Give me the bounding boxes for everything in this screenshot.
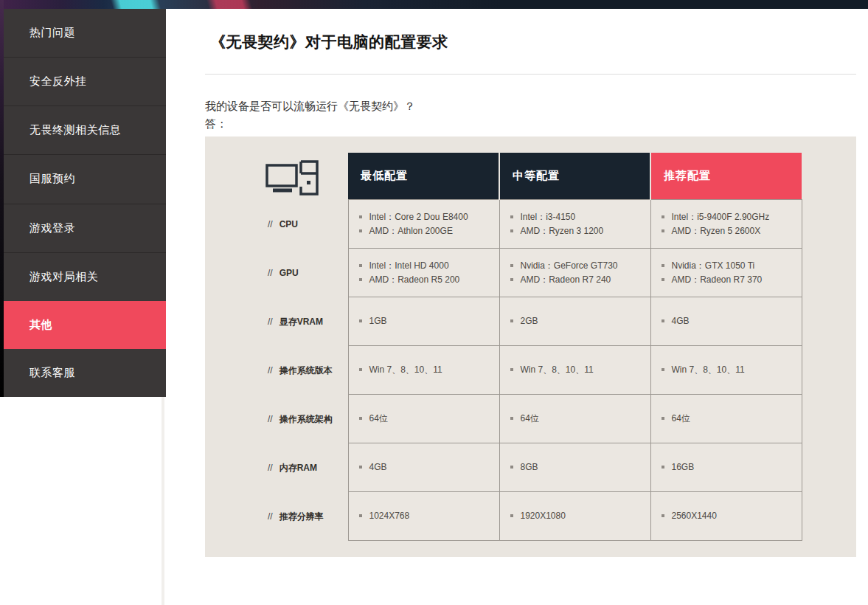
bullet-square-icon [662,229,664,232]
sidebar-item-label: 无畏终测相关信息 [29,123,121,137]
spec-cell: 64位 [499,394,650,443]
sidebar-item-label: 热门问题 [29,26,75,40]
row-label-prefix: // [268,414,273,424]
spec-cell: 4GB [650,297,802,345]
spec-text: 64位 [521,412,539,424]
spec-item: 4GB [359,461,493,473]
sidebar-item-game-login[interactable]: 游戏登录 [4,204,166,252]
spec-text: Win 7、8、10、11 [369,364,442,376]
sidebar-item-hot-questions[interactable]: 热门问题 [4,9,166,57]
bullet-square-icon [359,514,362,517]
spec-cell: 2560X1440 [650,491,802,540]
bullet-square-icon [359,278,362,281]
bullet-square-icon [510,278,513,281]
bullet-square-icon [359,319,362,322]
bullet-square-icon [359,417,362,420]
row-label-os-version: //操作系统版本 [205,345,348,394]
spec-item: 4GB [662,315,796,327]
column-header-minimum: 最低配置 [348,153,499,199]
bullet-square-icon [662,514,664,517]
bullet-square-icon [359,215,362,218]
table-row-ram: //内存RAM4GB8GB16GB [205,443,802,491]
spec-text: AMD：Radeon R7 240 [521,274,611,286]
row-label-text: 操作系统架构 [280,414,333,424]
spec-text: AMD：Athlon 200GE [369,225,453,237]
row-label-text: CPU [280,219,298,229]
spec-cell: Nvidia：GTX 1050 TiAMD：Radeon R7 370 [650,248,802,297]
table-row-resolution: //推荐分辨率1024X7681920X10802560X1440 [205,491,802,540]
table-row-vram: //显存VRAM1GB2GB4GB [205,297,802,345]
banner-artwork [0,0,868,9]
spec-cell: Intel：i5-9400F 2.90GHzAMD：Ryzen 5 2600X [650,199,802,248]
page-title: 《无畏契约》对于电脑的配置要求 [210,32,448,52]
question-block: 我的设备是否可以流畅运行《无畏契约》？ 答： [205,97,415,133]
spec-item: 2GB [510,315,645,327]
spec-item: AMD：Athlon 200GE [359,225,493,237]
spec-item: 16GB [662,461,796,473]
sidebar-item-anti-cheat[interactable]: 安全反外挂 [4,57,166,106]
spec-item: Intel：Intel HD 4000 [359,260,493,272]
spec-item: 64位 [359,412,493,424]
spec-cell: 16GB [650,443,802,491]
spec-item: 64位 [510,412,645,424]
row-label-text: 显存VRAM [280,317,323,327]
spec-text: AMD：Ryzen 5 2600X [672,225,761,237]
divider [205,74,856,75]
column-header-recommended: 推荐配置 [650,153,802,199]
row-label-ram: //内存RAM [205,443,348,491]
spec-item: AMD：Radeon R7 370 [662,274,796,286]
spec-cell: Win 7、8、10、11 [348,345,499,394]
faq-sidebar: 热门问题安全反外挂无畏终测相关信息国服预约游戏登录游戏对局相关其他联系客服 [4,9,166,397]
spec-cell: Intel：Core 2 Dou E8400AMD：Athlon 200GE [348,199,499,248]
spec-item: Win 7、8、10、11 [662,364,796,376]
spec-cell: Intel：i3-4150AMD：Ryzen 3 1200 [499,199,650,248]
bullet-square-icon [662,319,664,322]
row-label-prefix: // [268,317,273,327]
spec-item: Win 7、8、10、11 [359,364,493,376]
row-label-text: 内存RAM [280,463,317,473]
spec-cell: Win 7、8、10、11 [499,345,650,394]
spec-item: AMD：Ryzen 3 1200 [510,225,645,237]
sidebar-item-game-match[interactable]: 游戏对局相关 [4,252,166,301]
table-row-os-arch: //操作系统架构64位64位64位 [205,394,802,443]
spec-text: Intel：Intel HD 4000 [369,260,449,272]
sidebar-item-label: 国服预约 [29,172,75,186]
row-label-text: GPU [280,268,299,278]
sidebar-item-contact-support[interactable]: 联系客服 [4,349,166,397]
spec-text: Intel：i5-9400F 2.90GHz [672,211,770,223]
row-label-prefix: // [268,511,273,522]
sidebar-item-label: 联系客服 [29,366,75,380]
spec-cell: 4GB [348,443,499,491]
spec-text: 4GB [369,461,387,473]
requirements-panel: 最低配置中等配置推荐配置 //CPUIntel：Core 2 Dou E8400… [205,136,856,557]
spec-item: Intel：i5-9400F 2.90GHz [662,211,796,223]
sidebar-item-final-test-info[interactable]: 无畏终测相关信息 [4,106,166,154]
sidebar-item-cn-server-preorder[interactable]: 国服预约 [4,154,166,203]
bullet-square-icon [510,229,513,232]
spec-text: 2GB [521,315,538,327]
sidebar-item-others[interactable]: 其他 [4,301,166,349]
spec-text: 64位 [369,412,388,424]
bullet-square-icon [359,466,362,469]
spec-text: Win 7、8、10、11 [521,364,594,376]
spec-cell: 64位 [348,394,499,443]
question-text: 我的设备是否可以流畅运行《无畏契约》？ [205,97,415,115]
spec-text: AMD：Ryzen 3 1200 [521,225,604,237]
row-label-cpu: //CPU [205,199,348,248]
bullet-square-icon [662,278,664,281]
bullet-square-icon [359,229,362,232]
sidebar-item-label: 游戏对局相关 [29,270,98,284]
row-label-prefix: // [268,219,273,229]
bullet-square-icon [662,466,664,469]
bullet-square-icon [510,264,513,267]
spec-cell: 64位 [650,394,802,443]
row-label-gpu: //GPU [205,248,348,297]
row-label-prefix: // [268,463,273,473]
spec-text: 64位 [672,412,690,424]
spec-item: 1024X768 [359,510,493,522]
spec-item: AMD：Ryzen 5 2600X [662,225,796,237]
spec-item: 8GB [510,461,645,473]
spec-item: 1920X1080 [510,510,645,522]
spec-cell: Nvidia：GeForce GT730AMD：Radeon R7 240 [499,248,650,297]
table-row-cpu: //CPUIntel：Core 2 Dou E8400AMD：Athlon 20… [205,199,802,248]
